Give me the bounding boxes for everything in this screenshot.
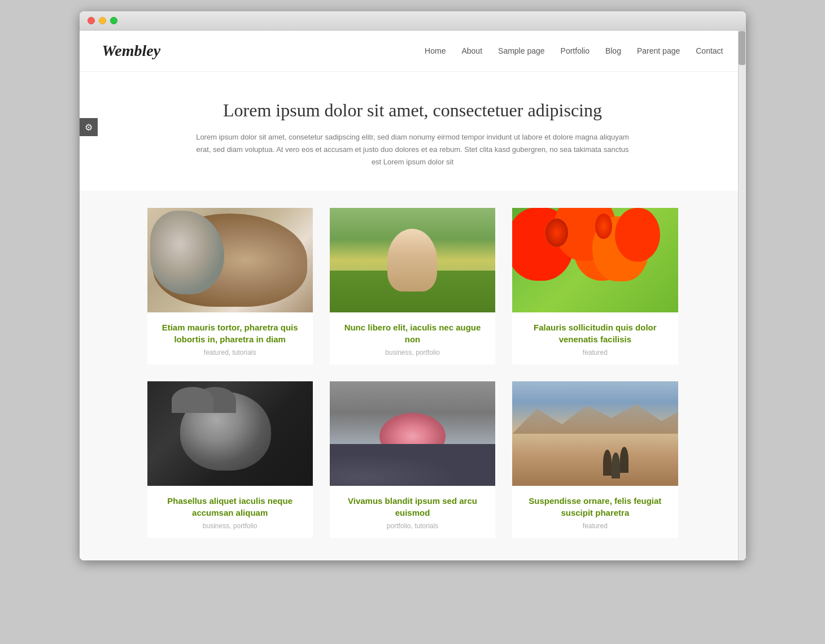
nav-contact[interactable]: Contact — [696, 46, 723, 55]
nav-home[interactable]: Home — [425, 46, 446, 55]
grid-container: Etiam mauris tortor, pharetra quis lobor… — [80, 191, 746, 560]
card-4-title: Phasellus aliquet iaculis neque accumsan… — [156, 495, 304, 519]
card-6-categories: featured — [521, 522, 669, 530]
card-3-title: Falauris sollicitudin quis dolor venenat… — [521, 321, 669, 345]
card-6[interactable]: Suspendisse ornare, felis feugiat suscip… — [512, 381, 678, 538]
card-3-categories: featured — [521, 349, 669, 356]
maximize-button[interactable] — [110, 17, 117, 24]
card-2[interactable]: Nunc libero elit, iaculis nec augue non … — [330, 208, 495, 364]
card-5-categories: portfolio, tutorials — [339, 522, 486, 530]
nav-links: Home About Sample page Portfolio Blog Pa… — [425, 46, 723, 56]
card-3[interactable]: Falauris sollicitudin quis dolor venenat… — [512, 208, 678, 364]
card-2-image — [330, 208, 495, 312]
card-5-image — [330, 381, 495, 486]
card-2-categories: business, portfolio — [339, 349, 486, 356]
card-6-title: Suspendisse ornare, felis feugiat suscip… — [521, 495, 669, 519]
card-1-image — [147, 208, 313, 312]
card-5-content: Vivamus blandit ipsum sed arcu euismod p… — [330, 486, 495, 538]
card-4[interactable]: Phasellus aliquet iaculis neque accumsan… — [147, 381, 313, 538]
scrollbar-thumb[interactable] — [739, 31, 745, 65]
card-3-image — [512, 208, 678, 312]
navigation: Wembley Home About Sample page Portfolio… — [80, 31, 746, 72]
card-grid: Etiam mauris tortor, pharetra quis lobor… — [147, 208, 678, 538]
hero-text: Lorem ipsum dolor sit amet, consetetur s… — [193, 131, 633, 168]
nav-portfolio[interactable]: Portfolio — [561, 46, 590, 55]
nav-blog[interactable]: Blog — [605, 46, 621, 55]
card-2-title: Nunc libero elit, iaculis nec augue non — [339, 321, 486, 345]
nav-about[interactable]: About — [461, 46, 482, 55]
nav-parent-page[interactable]: Parent page — [637, 46, 680, 55]
card-3-content: Falauris sollicitudin quis dolor venenat… — [512, 312, 678, 364]
hero-section: Lorem ipsum dolor sit amet, consectetuer… — [80, 72, 746, 191]
card-2-content: Nunc libero elit, iaculis nec augue non … — [330, 312, 495, 364]
minimize-button[interactable] — [99, 17, 106, 24]
card-4-content: Phasellus aliquet iaculis neque accumsan… — [147, 486, 313, 538]
nav-sample-page[interactable]: Sample page — [498, 46, 545, 55]
card-1-title: Etiam mauris tortor, pharetra quis lobor… — [156, 321, 304, 345]
card-5-title: Vivamus blandit ipsum sed arcu euismod — [339, 495, 486, 519]
browser-titlebar — [80, 11, 746, 31]
card-5[interactable]: Vivamus blandit ipsum sed arcu euismod p… — [330, 381, 495, 538]
card-4-image — [147, 381, 313, 486]
card-1-content: Etiam mauris tortor, pharetra quis lobor… — [147, 312, 313, 364]
browser-window: ⚙ Wembley Home About Sample page Portfol… — [80, 11, 746, 560]
card-4-categories: business, portfolio — [156, 522, 304, 530]
scrollbar-track[interactable] — [738, 31, 746, 560]
close-button[interactable] — [88, 17, 95, 24]
browser-dots — [88, 17, 117, 24]
settings-button[interactable]: ⚙ — [80, 118, 98, 136]
hero-title: Lorem ipsum dolor sit amet, consectetuer… — [193, 100, 633, 121]
card-6-image — [512, 381, 678, 486]
card-1-categories: featured, tutorials — [156, 349, 304, 356]
card-1[interactable]: Etiam mauris tortor, pharetra quis lobor… — [147, 208, 313, 364]
browser-content: ⚙ Wembley Home About Sample page Portfol… — [80, 31, 746, 560]
site-logo[interactable]: Wembley — [102, 42, 425, 60]
card-6-content: Suspendisse ornare, felis feugiat suscip… — [512, 486, 678, 538]
